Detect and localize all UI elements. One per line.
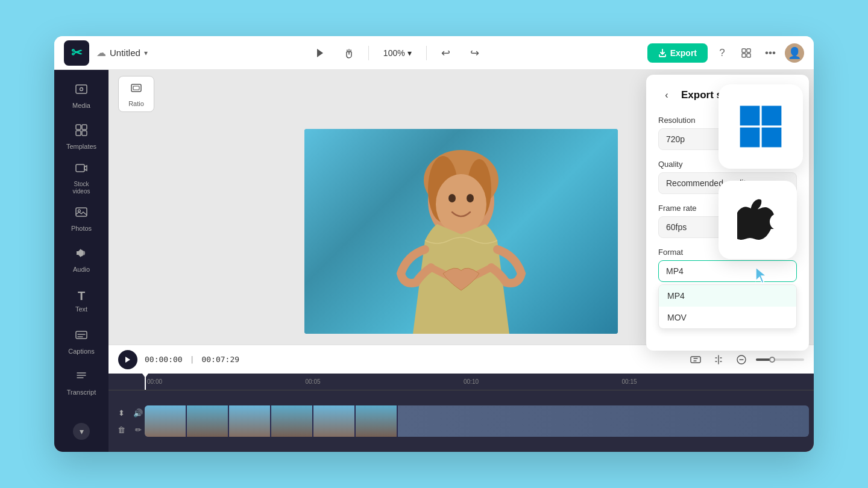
clip-frame-4 <box>271 405 313 437</box>
windows-badge <box>719 84 803 169</box>
file-title: Untitled <box>110 48 140 58</box>
svg-rect-15 <box>133 86 139 90</box>
format-group: Format MP4 MP4 MOV <box>658 248 797 329</box>
format-selector[interactable]: MP4 <box>658 260 797 282</box>
audio-label: Audio <box>73 266 90 274</box>
sidebar-item-stock-videos[interactable]: Stockvideos <box>60 159 102 198</box>
audio-icon <box>75 246 88 263</box>
cloud-save-icon: ☁ <box>96 47 106 58</box>
svg-marker-26 <box>756 267 766 283</box>
layout-button[interactable] <box>737 43 756 63</box>
scene-detect-icon[interactable] <box>687 351 704 368</box>
sidebar-item-photos[interactable]: Photos <box>60 200 102 239</box>
app-logo: ✂ <box>64 40 89 66</box>
timeline-track[interactable] <box>145 405 809 437</box>
format-mp4-label: MP4 <box>667 291 685 301</box>
text-icon: T <box>78 289 85 303</box>
ratio-label: Ratio <box>128 100 144 107</box>
svg-point-20 <box>436 174 486 234</box>
zoom-control[interactable]: 100% ▾ <box>379 46 417 60</box>
canvas-area: Ratio <box>108 70 814 452</box>
svg-rect-24 <box>691 357 700 363</box>
stock-videos-label: Stockvideos <box>73 181 90 195</box>
media-label: Media <box>72 102 90 110</box>
sidebar: Media Templates <box>54 70 108 452</box>
total-time: 00:07:29 <box>201 355 239 364</box>
media-icon <box>75 83 88 99</box>
svg-rect-28 <box>762 106 782 126</box>
ruler-marks: 00:00 00:05 00:10 00:15 <box>145 378 778 385</box>
cursor-arrow-icon <box>753 266 773 286</box>
svg-point-22 <box>467 194 474 202</box>
track-edit-btn[interactable]: ✏ <box>131 423 145 436</box>
format-dropdown-menu: MP4 MOV <box>658 284 797 329</box>
play-button[interactable] <box>118 350 137 369</box>
sidebar-item-captions[interactable]: Captions <box>60 323 102 361</box>
svg-point-12 <box>78 210 81 212</box>
clip-frame-6 <box>356 405 398 437</box>
text-label: Text <box>75 305 87 313</box>
sidebar-item-media[interactable]: Media <box>60 77 102 116</box>
svg-rect-11 <box>76 208 87 216</box>
frame-rate-value: 60fps <box>666 222 687 232</box>
play-cursor-tool[interactable] <box>310 43 330 63</box>
svg-rect-8 <box>76 131 81 136</box>
templates-icon <box>75 124 88 140</box>
svg-point-21 <box>448 194 456 202</box>
track-clips <box>145 405 809 437</box>
track-height-btn[interactable]: ⬍ <box>115 406 128 419</box>
timeline-ruler: 00:00 00:05 00:10 00:15 <box>108 374 814 390</box>
undo-button[interactable]: ↩ <box>436 43 456 63</box>
help-button[interactable]: ? <box>712 43 732 63</box>
svg-rect-7 <box>82 125 87 130</box>
svg-rect-27 <box>740 106 760 126</box>
ruler-mark-3: 00:15 <box>620 378 778 385</box>
sidebar-item-templates[interactable]: Templates <box>60 118 102 157</box>
minus-icon[interactable] <box>733 351 750 368</box>
header-right: Export ? ••• 👤 <box>647 43 804 63</box>
ratio-button[interactable]: Ratio <box>118 76 154 112</box>
svg-point-5 <box>80 88 83 91</box>
sidebar-expand-button[interactable]: ▾ <box>73 423 90 440</box>
svg-rect-6 <box>76 125 81 130</box>
svg-rect-30 <box>762 128 782 148</box>
redo-button[interactable]: ↪ <box>465 43 485 63</box>
track-delete-btn[interactable]: 🗑 <box>115 423 128 436</box>
timeline-area: 00:00 00:05 00:10 00:15 ⬍ 🗑 🔊 ✏ <box>108 374 814 452</box>
photos-label: Photos <box>71 225 92 233</box>
track-volume-btn[interactable]: 🔊 <box>131 406 145 419</box>
transcript-label: Transcript <box>67 389 96 396</box>
templates-label: Templates <box>66 143 96 151</box>
svg-rect-2 <box>747 49 750 52</box>
svg-rect-3 <box>742 54 746 57</box>
main-content: Media Templates <box>54 70 814 452</box>
format-option-mov[interactable]: MOV <box>659 307 796 328</box>
sidebar-item-text[interactable]: T Text <box>60 282 102 321</box>
stock-videos-icon <box>75 161 88 178</box>
svg-rect-14 <box>131 84 141 92</box>
current-time: 00:00:00 <box>145 355 183 364</box>
user-avatar[interactable]: 👤 <box>785 43 804 63</box>
format-value: MP4 <box>666 266 684 276</box>
export-button[interactable]: Export <box>647 43 708 63</box>
file-name-area[interactable]: ☁ Untitled ▾ <box>96 47 148 58</box>
timeline-track-area: ⬍ 🗑 🔊 ✏ <box>108 390 814 452</box>
svg-rect-4 <box>747 54 750 57</box>
format-option-mp4[interactable]: MP4 <box>659 285 796 307</box>
svg-rect-1 <box>742 49 746 52</box>
ratio-icon <box>130 81 143 98</box>
sidebar-item-transcript[interactable]: Transcript <box>60 364 102 402</box>
header: ✂ ☁ Untitled ▾ 100% ▾ ↩ <box>54 36 814 70</box>
back-button[interactable]: ‹ <box>658 87 675 104</box>
hand-tool[interactable] <box>339 43 359 63</box>
more-options-button[interactable]: ••• <box>761 43 780 63</box>
sidebar-item-audio[interactable]: Audio <box>60 241 102 280</box>
split-icon[interactable] <box>710 351 727 368</box>
windows-logo-icon <box>739 105 782 148</box>
zoom-slider[interactable] <box>756 358 804 361</box>
ruler-mark-1: 00:05 <box>303 378 462 385</box>
svg-rect-10 <box>76 164 84 172</box>
divider2 <box>426 46 427 60</box>
video-bg <box>304 129 618 334</box>
transcript-icon <box>75 369 88 386</box>
